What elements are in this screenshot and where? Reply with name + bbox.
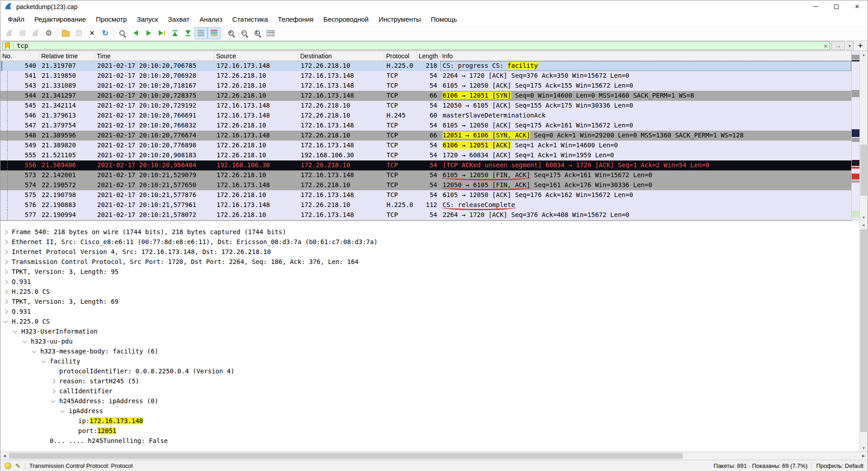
tree-item[interactable]: Q.931 [0, 277, 859, 287]
packet-row[interactable]: 54321.3310892021-02-17 20:10:20,71816717… [0, 81, 851, 91]
tree-item[interactable]: protocolIdentifier: 0.0.8.2250.0.4 (Vers… [0, 366, 859, 376]
close-file-icon[interactable]: ✕ [85, 27, 99, 39]
chevron-right-icon[interactable] [4, 240, 8, 244]
first-packet-icon[interactable] [168, 27, 181, 39]
menu-item[interactable]: Беспроводной [318, 13, 373, 26]
next-packet-icon[interactable] [142, 27, 155, 39]
tree-item[interactable]: ipAddress [0, 406, 859, 416]
packet-row[interactable]: 54021.3197072021-02-17 20:10:20,70678517… [0, 61, 851, 71]
tree-item[interactable]: h323-uu-pdu [0, 336, 859, 346]
tree-item[interactable]: Internet Protocol Version 4, Src: 172.16… [0, 247, 859, 257]
menu-item[interactable]: Помощь [426, 13, 462, 26]
filter-dropdown-caret[interactable]: ▾ [846, 41, 854, 50]
chevron-right-icon[interactable] [51, 389, 56, 393]
packet-list-scroll-thumb[interactable] [860, 145, 867, 196]
tree-item[interactable]: facility [0, 356, 859, 366]
goto-packet-icon[interactable] [155, 27, 168, 39]
tree-item[interactable]: h323-message-body: facility (6) [0, 346, 859, 356]
tree-item[interactable]: Transmission Control Protocol, Src Port:… [0, 257, 859, 267]
minimize-button[interactable] [805, 0, 826, 13]
packet-row[interactable]: 57522.1907982021-02-17 20:10:21,57787617… [0, 190, 851, 200]
filter-apply-button[interactable]: → [831, 41, 845, 50]
chevron-right-icon[interactable] [4, 279, 8, 284]
tree-item[interactable]: H323-UserInformation [0, 326, 859, 336]
filter-clear-icon[interactable]: ✕ [824, 42, 827, 49]
menu-item[interactable]: Анализ [194, 13, 227, 26]
prev-packet-icon[interactable] [129, 27, 142, 39]
tree-item[interactable]: ip: 172.16.173.148 [0, 416, 859, 426]
capture-options-icon[interactable]: ⚙ [42, 27, 55, 39]
tree-item[interactable]: H.225.0 CS [0, 316, 859, 326]
packet-row[interactable]: 54821.3895962021-02-17 20:10:20,77667417… [0, 131, 851, 141]
menu-item[interactable]: Телефония [273, 13, 319, 26]
chevron-right-icon[interactable] [4, 259, 8, 264]
scroll-down-icon[interactable]: ▼ [860, 444, 868, 452]
detail-hscrollbar[interactable]: ◀ ▶ [0, 452, 868, 460]
chevron-down-icon[interactable] [61, 408, 65, 413]
chevron-right-icon[interactable] [4, 289, 8, 294]
filter-bookmark-icon[interactable] [5, 42, 10, 49]
packet-row[interactable]: 55621.5694062021-02-17 20:10:20,95648419… [0, 160, 851, 170]
detail-scroll-thumb[interactable] [860, 229, 867, 432]
zoom-reset-icon[interactable]: 1 [251, 27, 264, 39]
restart-capture-icon[interactable] [29, 27, 42, 39]
intelligent-scrollbar-minimap[interactable] [851, 51, 859, 221]
tree-item[interactable]: H.225.0 CS [0, 287, 859, 297]
packet-row[interactable]: 54921.3898202021-02-17 20:10:20,77689817… [0, 141, 851, 151]
column-header[interactable]: No. [0, 51, 39, 61]
chevron-down-icon[interactable] [51, 398, 56, 403]
column-header[interactable]: Info [440, 51, 851, 61]
expert-info-icon[interactable] [5, 462, 11, 469]
chevron-down-icon[interactable] [13, 329, 18, 333]
last-packet-icon[interactable] [181, 27, 194, 39]
column-header[interactable]: Relative time [39, 51, 95, 61]
menu-item[interactable]: Статистика [227, 13, 273, 26]
packet-row[interactable]: 54521.3421142021-02-17 20:10:20,72919217… [0, 101, 851, 111]
menu-item[interactable]: Редактирование [29, 13, 91, 26]
filter-add-button[interactable]: + [855, 41, 866, 50]
status-profile[interactable]: Профиль: Default [816, 462, 863, 469]
menu-item[interactable]: Запуск [132, 13, 163, 26]
chevron-right-icon[interactable] [4, 250, 8, 254]
column-header[interactable]: Length [417, 51, 440, 61]
tree-item[interactable]: TPKT, Version: 3, Length: 95 [0, 267, 859, 277]
packet-row[interactable]: 54721.3797542021-02-17 20:10:20,76683217… [0, 121, 851, 131]
scroll-up-icon[interactable]: ▲ [860, 221, 868, 228]
save-file-icon[interactable] [72, 27, 85, 39]
display-filter-input[interactable]: tcp ✕ [2, 41, 830, 50]
tree-item[interactable]: h245Address: ipAddress (0) [0, 396, 859, 406]
chevron-right-icon[interactable] [4, 299, 8, 304]
menu-item[interactable]: Захват [163, 13, 195, 26]
tree-item[interactable]: port: 12051 [0, 426, 859, 436]
menu-item[interactable]: Просмотр [91, 13, 132, 26]
close-button[interactable]: ✕ [847, 0, 868, 13]
scroll-down-icon[interactable]: ▼ [860, 214, 868, 221]
tree-item[interactable]: 0... .... h245Tunnelling: False [0, 436, 859, 446]
column-header[interactable]: Protocol [384, 51, 417, 61]
packet-row[interactable]: 55521.5211052021-02-17 20:10:20,90818317… [0, 151, 851, 160]
hscroll-thumb[interactable] [9, 453, 683, 459]
zoom-out-icon[interactable]: − [238, 27, 251, 39]
detail-vscrollbar[interactable]: ▲ ▼ [859, 221, 868, 452]
start-capture-icon[interactable] [3, 27, 16, 39]
scroll-left-icon[interactable]: ◀ [0, 452, 9, 460]
packet-row[interactable]: 54621.3796132021-02-17 20:10:20,76669117… [0, 111, 851, 121]
packet-row[interactable]: 54121.3198502021-02-17 20:10:20,70692817… [0, 71, 851, 81]
column-header[interactable]: Destination [298, 51, 384, 61]
packet-row[interactable]: 57422.1905722021-02-17 20:10:21,57765017… [0, 180, 851, 190]
chevron-down-icon[interactable] [23, 339, 27, 343]
tree-item[interactable]: TPKT, Version: 3, Length: 69 [0, 297, 859, 306]
zoom-in-icon[interactable]: + [225, 27, 238, 39]
chevron-down-icon[interactable] [4, 319, 8, 323]
tree-item[interactable]: Frame 540: 218 bytes on wire (1744 bits)… [0, 227, 859, 237]
packet-list-vscrollbar[interactable]: ▲ ▼ [859, 51, 868, 221]
scroll-up-icon[interactable]: ▲ [860, 51, 868, 58]
chevron-right-icon[interactable] [4, 309, 8, 314]
packet-row[interactable]: 57722.1909942021-02-17 20:10:21,57807217… [0, 210, 851, 220]
reload-icon[interactable]: ↻ [99, 27, 112, 39]
capture-comment-icon[interactable]: ✎ [15, 462, 21, 470]
stop-capture-icon[interactable] [16, 27, 29, 39]
autoscroll-icon[interactable] [194, 27, 208, 39]
packet-row[interactable]: 54421.3412972021-02-17 20:10:20,72837517… [0, 91, 851, 101]
resize-columns-icon[interactable] [264, 27, 277, 39]
